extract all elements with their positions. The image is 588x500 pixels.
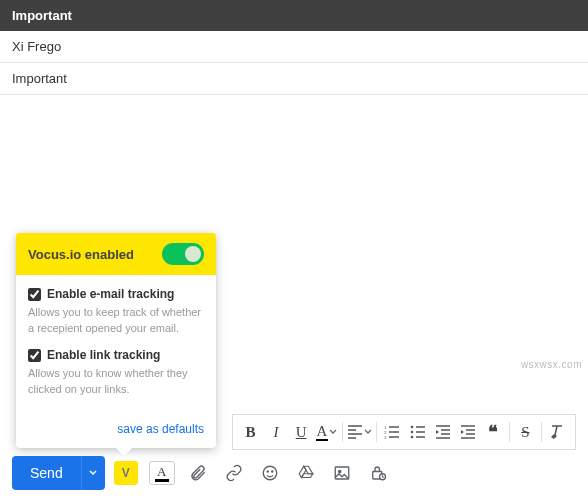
image-icon — [333, 464, 351, 482]
confidential-button[interactable] — [363, 458, 393, 488]
separator — [541, 422, 542, 442]
italic-button[interactable]: I — [264, 418, 287, 446]
clear-format-button[interactable] — [546, 418, 569, 446]
vocus-popup-footer: save as defaults — [16, 415, 216, 448]
watermark: wsxwsx.com — [521, 359, 582, 370]
caret-down-icon — [329, 428, 337, 436]
emoji-button[interactable] — [255, 458, 285, 488]
option-email-tracking: Enable e-mail tracking Allows you to kee… — [28, 287, 204, 336]
bullet-list-button[interactable] — [406, 418, 429, 446]
svg-point-6 — [263, 466, 277, 480]
compose-header: Important — [0, 0, 588, 31]
email-tracking-label: Enable e-mail tracking — [47, 287, 174, 301]
svg-point-3 — [410, 426, 413, 429]
vocus-badge: V — [114, 461, 138, 485]
image-button[interactable] — [327, 458, 357, 488]
paperclip-icon — [189, 464, 207, 482]
subject-field[interactable]: Important — [0, 63, 588, 95]
vocus-popup-header: Vocus.io enabled — [16, 233, 216, 275]
subject-value: Important — [12, 71, 67, 86]
svg-point-8 — [271, 471, 272, 472]
indent-more-button[interactable] — [456, 418, 479, 446]
align-button[interactable] — [347, 418, 372, 446]
vocus-popup-body: Enable e-mail tracking Allows you to kee… — [16, 275, 216, 415]
caret-down-icon — [364, 428, 372, 436]
bullet-list-icon — [410, 425, 426, 439]
bold-button[interactable]: B — [239, 418, 262, 446]
link-tracking-desc: Allows you to know whether they clicked … — [28, 366, 204, 397]
text-color-letter: A — [316, 424, 327, 439]
caret-down-icon — [89, 469, 97, 477]
indent-more-icon — [460, 425, 476, 439]
numbered-list-button[interactable]: 123 — [381, 418, 404, 446]
align-icon — [347, 425, 363, 439]
text-color-button[interactable]: A — [315, 418, 338, 446]
to-field[interactable]: Xi Frego — [0, 31, 588, 63]
format-toolbar: B I U A 123 ❝ S — [232, 414, 576, 450]
text-format-button[interactable]: A — [147, 458, 177, 488]
clear-format-icon — [549, 425, 565, 439]
link-button[interactable] — [219, 458, 249, 488]
indent-less-icon — [435, 425, 451, 439]
underline-button[interactable]: U — [290, 418, 313, 446]
strikethrough-button[interactable]: S — [514, 418, 537, 446]
email-tracking-desc: Allows you to keep track of whether a re… — [28, 305, 204, 336]
compose-title: Important — [12, 8, 72, 23]
svg-point-7 — [267, 471, 268, 472]
lock-clock-icon — [369, 464, 387, 482]
email-tracking-checkbox[interactable] — [28, 288, 41, 301]
send-group: Send — [12, 456, 105, 490]
link-icon — [225, 464, 243, 482]
vocus-popup: Vocus.io enabled Enable e-mail tracking … — [16, 233, 216, 448]
to-value: Xi Frego — [12, 39, 61, 54]
send-more-button[interactable] — [81, 456, 105, 490]
svg-point-10 — [338, 470, 340, 472]
indent-less-button[interactable] — [431, 418, 454, 446]
vocus-title: Vocus.io enabled — [28, 247, 134, 262]
svg-point-5 — [410, 436, 413, 439]
drive-icon — [297, 464, 315, 482]
vocus-toggle[interactable] — [162, 243, 204, 265]
link-tracking-label: Enable link tracking — [47, 348, 160, 362]
send-button[interactable]: Send — [12, 456, 81, 490]
svg-text:3: 3 — [384, 435, 387, 439]
drive-button[interactable] — [291, 458, 321, 488]
vocus-badge-button[interactable]: V — [111, 458, 141, 488]
text-color-letter: A — [157, 465, 166, 478]
svg-point-4 — [410, 431, 413, 434]
numbered-list-icon: 123 — [384, 425, 400, 439]
separator — [509, 422, 510, 442]
quote-button[interactable]: ❝ — [482, 418, 505, 446]
smiley-icon — [261, 464, 279, 482]
toggle-knob — [185, 246, 201, 262]
attach-button[interactable] — [183, 458, 213, 488]
save-defaults-link[interactable]: save as defaults — [117, 422, 204, 436]
link-tracking-checkbox[interactable] — [28, 349, 41, 362]
separator — [376, 422, 377, 442]
text-color-glyph: A — [149, 461, 175, 485]
option-link-tracking: Enable link tracking Allows you to know … — [28, 348, 204, 397]
bottom-toolbar: Send V A — [12, 456, 576, 490]
separator — [342, 422, 343, 442]
